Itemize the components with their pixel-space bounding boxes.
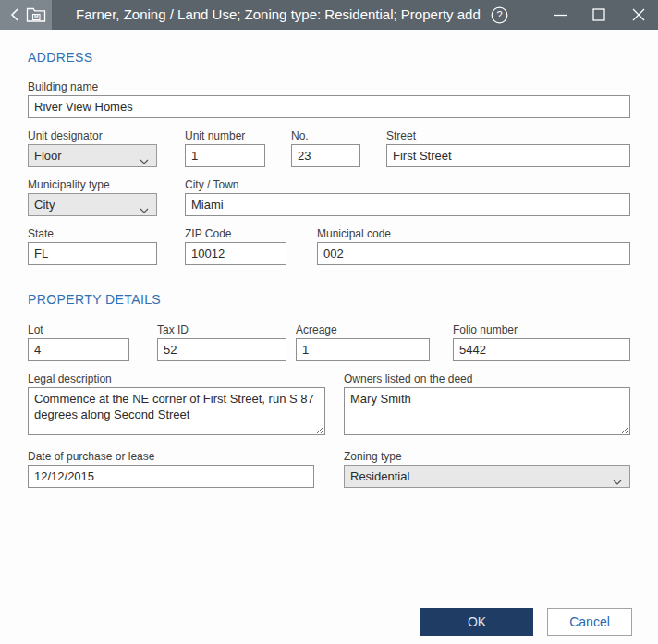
owners-textarea[interactable]: Mary Smith <box>344 387 630 435</box>
field-zip-code: ZIP Code <box>185 227 286 240</box>
field-municipality-type: Municipality type City <box>28 178 157 191</box>
acreage-label: Acreage <box>296 323 430 336</box>
lot-input[interactable] <box>28 338 129 361</box>
field-zoning-type: Zoning type Residential <box>344 450 630 463</box>
field-state: State <box>28 227 157 240</box>
purchase-date-label: Date of purchase or lease <box>28 450 314 463</box>
zip-code-label: ZIP Code <box>185 227 286 240</box>
municipality-type-value: City <box>34 198 55 212</box>
field-folio-number: Folio number <box>453 323 630 336</box>
zoning-type-select[interactable]: Residential <box>344 465 630 488</box>
window-title: Farner, Zoning / Land Use; Zoning type: … <box>76 0 481 30</box>
tax-id-input[interactable] <box>157 338 286 361</box>
zoning-type-value: Residential <box>350 469 409 483</box>
zip-code-input[interactable] <box>185 242 286 265</box>
property-details-section-header: PROPERTY DETAILS <box>28 292 161 307</box>
zoning-type-label: Zoning type <box>344 450 630 463</box>
owners-label: Owners listed on the deed <box>344 372 630 385</box>
maximize-icon[interactable] <box>583 0 615 30</box>
building-name-input[interactable] <box>28 95 630 118</box>
legal-description-label: Legal description <box>28 372 325 385</box>
municipality-type-label: Municipality type <box>28 178 157 191</box>
tax-id-label: Tax ID <box>157 323 286 336</box>
close-icon[interactable] <box>623 0 654 30</box>
street-input[interactable] <box>386 144 630 167</box>
field-city-town: City / Town <box>185 178 630 191</box>
state-input[interactable] <box>28 242 157 265</box>
unit-designator-select[interactable]: Floor <box>28 144 157 167</box>
purchase-date-input[interactable] <box>28 465 314 488</box>
folio-number-input[interactable] <box>453 338 630 361</box>
municipal-code-label: Municipal code <box>317 227 630 240</box>
field-street: Street <box>386 129 630 142</box>
chevron-down-icon <box>140 202 149 216</box>
field-no: No. <box>291 129 360 142</box>
unit-designator-value: Floor <box>34 149 62 163</box>
unit-number-label: Unit number <box>185 129 265 142</box>
titlebar: M Farner, Zoning / Land Use; Zoning type… <box>0 0 658 30</box>
help-icon[interactable]: ? <box>483 0 515 30</box>
address-section-header: ADDRESS <box>28 50 92 65</box>
field-legal-description: Legal description Commence at the NE cor… <box>28 372 325 385</box>
building-name-label: Building name <box>28 80 630 93</box>
field-lot: Lot <box>28 323 129 336</box>
municipality-type-select[interactable]: City <box>28 193 157 216</box>
field-purchase-date: Date of purchase or lease <box>28 450 314 463</box>
field-acreage: Acreage <box>296 323 430 336</box>
legal-description-textarea[interactable]: Commence at the NE corner of First Stree… <box>28 387 325 435</box>
app-folder-icon: M <box>26 6 46 23</box>
field-tax-id: Tax ID <box>157 323 286 336</box>
unit-number-input[interactable] <box>185 144 265 167</box>
field-unit-designator: Unit designator Floor <box>28 129 157 142</box>
minimize-icon[interactable] <box>544 0 576 30</box>
field-unit-number: Unit number <box>185 129 265 142</box>
no-label: No. <box>291 129 360 142</box>
svg-text:?: ? <box>496 9 502 20</box>
acreage-input[interactable] <box>296 338 430 361</box>
field-owners-on-deed: Owners listed on the deed Mary Smith <box>344 372 630 385</box>
field-municipal-code: Municipal code <box>317 227 630 240</box>
city-town-label: City / Town <box>185 178 630 191</box>
folio-number-label: Folio number <box>453 323 630 336</box>
street-label: Street <box>386 129 630 142</box>
city-town-input[interactable] <box>185 193 630 216</box>
ok-button[interactable]: OK <box>420 608 533 636</box>
lot-label: Lot <box>28 323 129 336</box>
state-label: State <box>28 227 157 240</box>
unit-designator-label: Unit designator <box>28 129 157 142</box>
back-icon[interactable] <box>7 7 22 22</box>
municipal-code-input[interactable] <box>317 242 630 265</box>
chevron-down-icon <box>140 153 149 167</box>
cancel-button[interactable]: Cancel <box>547 608 632 636</box>
no-input[interactable] <box>291 144 360 167</box>
field-building-name: Building name <box>28 80 630 93</box>
chevron-down-icon <box>613 474 622 488</box>
svg-text:M: M <box>34 14 39 19</box>
